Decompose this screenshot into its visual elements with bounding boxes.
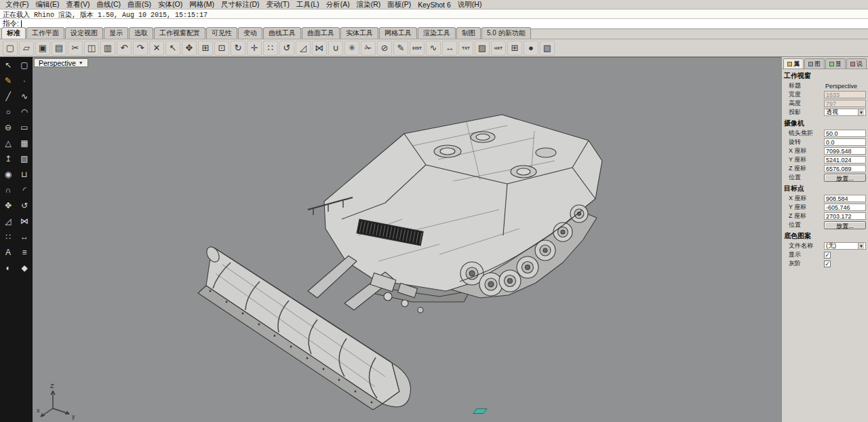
cut-icon[interactable]: ✂ xyxy=(68,41,83,56)
menu-item-8[interactable]: 尺寸标注(D) xyxy=(218,0,263,9)
ellipse-icon[interactable]: ⊖ xyxy=(0,119,16,135)
menu-item-2[interactable]: 编辑(E) xyxy=(32,0,62,9)
hide-text-icon[interactable]: HXT xyxy=(491,41,506,56)
sphere-icon[interactable]: ◉ xyxy=(0,166,16,182)
menu-item-6[interactable]: 实体(O) xyxy=(155,0,186,9)
toolbar-tab-8[interactable]: 变动 xyxy=(238,27,262,39)
layer-tool-icon[interactable]: ≡ xyxy=(16,244,33,260)
mirror-tool-icon[interactable]: ⋈ xyxy=(16,213,33,229)
menu-item-1[interactable]: 文件(F) xyxy=(2,0,32,9)
select-icon[interactable]: ↖ xyxy=(0,57,16,73)
chevron-down-icon[interactable]: ▾ xyxy=(858,243,864,249)
explode-icon[interactable]: ✳ xyxy=(344,41,359,56)
extrude-icon[interactable]: ↥ xyxy=(0,151,16,166)
place-button[interactable]: 放置... xyxy=(824,221,866,229)
delete-icon[interactable]: ✕ xyxy=(149,41,164,56)
value-input[interactable]: 7099.548 xyxy=(824,147,866,155)
array-icon[interactable]: ∷ xyxy=(0,229,16,244)
cylinder-icon[interactable]: ⊔ xyxy=(16,166,33,182)
copy-icon[interactable]: ◫ xyxy=(84,41,99,56)
pan-view-icon[interactable]: ✥ xyxy=(182,41,197,56)
menu-item-14[interactable]: KeyShot 6 xyxy=(414,1,454,9)
toolbar-tab-6[interactable]: 工作视窗配置 xyxy=(154,27,205,39)
edit-points-icon[interactable]: ✎ xyxy=(393,41,408,56)
split-icon[interactable]: ⊘ xyxy=(377,41,392,56)
value-input[interactable]: 5241.024 xyxy=(824,156,866,164)
chevron-down-icon[interactable]: ▾ xyxy=(858,109,864,115)
dimension-icon[interactable]: ↔ xyxy=(442,41,457,56)
join-icon[interactable]: ∪ xyxy=(328,41,343,56)
viewport-title-tab[interactable]: Perspective ▼ xyxy=(34,58,88,67)
toolbar-tab-11[interactable]: 实体工具 xyxy=(340,27,378,39)
redo-icon[interactable]: ↷ xyxy=(133,41,148,56)
dimension-tool-icon[interactable]: ↔ xyxy=(16,229,33,244)
value-dropdown[interactable]: 透视▾ xyxy=(824,109,866,116)
render-preview-icon[interactable]: ● xyxy=(524,41,538,56)
move-icon[interactable]: ✛ xyxy=(247,41,262,56)
trim-icon[interactable]: ✁ xyxy=(361,41,376,56)
panel-tab-properties[interactable]: 属 xyxy=(783,58,804,69)
checkbox[interactable]: ✓ xyxy=(824,252,831,258)
select-objects-icon[interactable]: ↖ xyxy=(165,41,180,56)
toolbar-tab-1[interactable]: 标准 xyxy=(1,27,26,39)
move-tool-icon[interactable]: ✥ xyxy=(0,197,16,213)
surface-icon[interactable]: ▦ xyxy=(16,135,33,151)
value-input[interactable]: 6576.089 xyxy=(824,165,866,172)
menu-item-15[interactable]: 说明(H) xyxy=(454,0,486,9)
paste-icon[interactable]: ▥ xyxy=(100,41,115,56)
toolbar-tab-5[interactable]: 选取 xyxy=(129,27,153,39)
menu-item-12[interactable]: 渲染(R) xyxy=(353,0,384,9)
open-file-icon[interactable]: ▱ xyxy=(19,41,34,56)
annotate-pencil-icon[interactable]: ✎ xyxy=(0,73,16,88)
toolbar-tab-4[interactable]: 显示 xyxy=(104,27,128,39)
value-dropdown[interactable]: (无)▾ xyxy=(824,242,866,250)
rectangle-icon[interactable]: ▭ xyxy=(16,119,33,135)
toolbar-tab-14[interactable]: 制图 xyxy=(456,27,481,39)
toolbar-tab-9[interactable]: 曲线工具 xyxy=(263,27,301,39)
toolbar-tab-2[interactable]: 工作平面 xyxy=(26,27,64,39)
rotate-tool-icon[interactable]: ↺ xyxy=(16,197,33,213)
value-input[interactable]: 50.0 xyxy=(824,130,866,137)
menu-item-4[interactable]: 曲线(C) xyxy=(93,0,124,9)
menu-item-13[interactable]: 面板(P) xyxy=(384,0,414,9)
toolbar-tab-7[interactable]: 可见性 xyxy=(206,27,237,39)
menu-item-11[interactable]: 分析(A) xyxy=(323,0,353,9)
toolbar-tab-13[interactable]: 渲染工具 xyxy=(418,27,456,39)
menu-item-10[interactable]: 工具(L) xyxy=(293,0,323,9)
toolbar-tab-10[interactable]: 曲面工具 xyxy=(302,27,340,39)
perspective-viewport[interactable]: Perspective ▼ xyxy=(33,57,781,422)
menu-item-7[interactable]: 网格(M) xyxy=(186,0,218,9)
print-icon[interactable]: ▤ xyxy=(52,41,66,56)
toolbar-tab-3[interactable]: 设定视图 xyxy=(65,27,103,39)
value-input[interactable]: -605.746 xyxy=(824,204,866,211)
edit-text-icon[interactable]: EDIT xyxy=(410,41,425,56)
point-icon[interactable]: ∙ xyxy=(16,73,33,88)
menu-item-3[interactable]: 查看(V) xyxy=(62,0,93,9)
boolean-union-icon[interactable]: ∩ xyxy=(0,182,16,197)
grid-options-icon[interactable]: ⊞ xyxy=(507,41,522,56)
panel-tab-help[interactable]: 说 xyxy=(846,58,867,69)
new-file-icon[interactable]: ▢ xyxy=(3,41,18,56)
visibility-icon[interactable]: ◐ xyxy=(0,260,16,275)
select-window-icon[interactable]: ▢ xyxy=(16,57,33,73)
menu-item-5[interactable]: 曲面(S) xyxy=(124,0,155,9)
circle-icon[interactable]: ○ xyxy=(0,104,16,119)
polyline-icon[interactable]: ╱ xyxy=(0,88,16,104)
save-file-icon[interactable]: ▣ xyxy=(35,41,50,56)
toolbar-tab-15[interactable]: 5.0 的新功能 xyxy=(481,27,531,39)
undo-icon[interactable]: ↶ xyxy=(117,41,132,56)
checkbox[interactable]: ✓ xyxy=(824,261,831,267)
curve-from-objects-icon[interactable]: ∿ xyxy=(426,41,441,56)
rotate-view-icon[interactable]: ↻ xyxy=(231,41,245,56)
box-icon[interactable]: ▧ xyxy=(16,151,33,166)
lock-icon[interactable]: ◆ xyxy=(16,260,33,275)
scale-tool-icon[interactable]: ◿ xyxy=(0,213,16,229)
arc-icon[interactable]: ◠ xyxy=(16,104,33,119)
mirror-icon[interactable]: ⋈ xyxy=(312,41,327,56)
print-preview-icon[interactable]: ▧ xyxy=(540,41,555,56)
zoom-extents-icon[interactable]: ⊡ xyxy=(214,41,229,56)
panel-tab-layers[interactable]: 图 xyxy=(804,58,825,69)
value-input[interactable]: 2703.172 xyxy=(824,212,866,220)
fillet-icon[interactable]: ◜ xyxy=(16,182,33,197)
rotate-object-icon[interactable]: ↺ xyxy=(279,41,294,56)
